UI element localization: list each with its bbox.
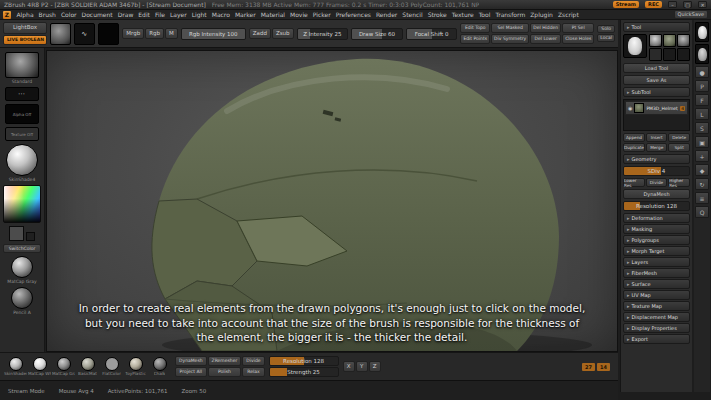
subtool-action-button[interactable]: Merge <box>646 143 668 152</box>
z-intensity-slider[interactable]: Z Intensity 25 <box>297 28 349 40</box>
visibility-eye-icon[interactable]: ◉ <box>628 105 632 111</box>
bottom-strength-slider[interactable]: Strength 25 <box>269 367 339 377</box>
recent-tool-thumbnail[interactable] <box>649 34 662 47</box>
material-sphere-thumbnail[interactable] <box>6 144 38 176</box>
focal-shift-slider[interactable]: Focal Shift 0 <box>406 28 458 40</box>
menu-item[interactable]: Macro <box>209 11 232 18</box>
collapsed-section-header[interactable]: FiberMesh <box>623 268 690 278</box>
geometry-shelf-button[interactable]: Close Holes <box>562 34 594 44</box>
collapsed-section-header[interactable]: Export <box>623 334 690 344</box>
load-tool-button[interactable]: Load Tool <box>623 63 690 73</box>
geometry-shelf-button[interactable]: Edit Topo <box>460 23 490 33</box>
subtool-action-button[interactable]: Split <box>668 143 690 152</box>
collapsed-section-header[interactable]: Layers <box>623 257 690 267</box>
collapsed-section-header[interactable]: Masking <box>623 224 690 234</box>
dynamesh-button[interactable]: DynaMesh <box>623 189 690 199</box>
collapsed-section-header[interactable]: Morph Target <box>623 246 690 256</box>
paint-mode-button[interactable]: M <box>165 28 178 40</box>
axis-toggle-button[interactable]: Y <box>356 361 368 373</box>
menu-item[interactable]: Stroke <box>425 11 449 18</box>
material-quickpick[interactable]: Chalk <box>148 357 171 376</box>
resolution-slider[interactable]: Resolution 128 <box>623 201 690 211</box>
menu-item[interactable]: Document <box>79 11 115 18</box>
brush-picker-thumbnail[interactable] <box>5 52 39 78</box>
menu-item[interactable]: Zscript <box>555 11 581 18</box>
menu-item[interactable]: Picker <box>310 11 333 18</box>
menu-item[interactable]: Stencil <box>400 11 425 18</box>
material-quickpick[interactable]: BasicMat <box>76 357 99 376</box>
switch-color-button[interactable]: SwitchColor <box>3 244 41 253</box>
tool-palette-header[interactable]: Tool <box>623 22 690 32</box>
save-as-button[interactable]: Save As <box>623 75 690 85</box>
tool-preview-thumbnail[interactable] <box>695 44 709 64</box>
collapsed-section-header[interactable]: Display Properties <box>623 323 690 333</box>
alpha-picker-thumbnail[interactable]: Alpha Off <box>5 104 39 124</box>
geometry-section-header[interactable]: Geometry <box>623 154 690 164</box>
collapsed-section-header[interactable]: Deformation <box>623 213 690 223</box>
menu-item[interactable]: Edit <box>136 11 153 18</box>
live-boolean-button[interactable]: LIVE BOOLEAN <box>3 35 47 45</box>
material-quickpick[interactable]: SkinShade4 <box>4 357 27 376</box>
menu-item[interactable]: Alpha <box>14 11 36 18</box>
recent-tool-thumbnail[interactable] <box>663 34 676 47</box>
mesh-action-button[interactable]: Polish <box>208 367 242 377</box>
menu-item[interactable]: Preferences <box>333 11 373 18</box>
subtool-list-item[interactable]: ◉ PM3D_Helmet_1 4 <box>625 101 688 115</box>
recent-tool-thumbnail[interactable] <box>677 48 690 61</box>
material-quickpick[interactable]: MatCap White <box>28 357 51 376</box>
document-canvas[interactable]: In order to create real elements from th… <box>46 50 618 352</box>
stroke-thumbnail[interactable]: ∿ <box>74 23 95 45</box>
close-button[interactable]: ✕ <box>698 1 707 8</box>
primary-color-swatch[interactable] <box>9 226 24 241</box>
collapsed-section-header[interactable]: Surface <box>623 279 690 289</box>
geometry-button[interactable]: Lower Res <box>623 178 645 187</box>
paint-mode-button[interactable]: Rgb <box>145 28 164 40</box>
sdiv-slider[interactable]: SDiv 4 <box>623 166 690 176</box>
menu-item[interactable]: Movie <box>288 11 311 18</box>
scale-doc-icon[interactable]: ◆ <box>695 164 709 176</box>
mesh-action-button[interactable]: Divide <box>242 356 264 366</box>
collapsed-section-header[interactable]: Displacement Map <box>623 312 690 322</box>
menu-item[interactable]: Marker <box>232 11 258 18</box>
current-brush-thumbnail[interactable] <box>50 23 71 45</box>
mesh-action-button[interactable]: ZRemesher <box>208 356 242 366</box>
floor-icon[interactable]: F <box>695 94 709 106</box>
recent-tool-thumbnail[interactable] <box>649 48 662 61</box>
mesh-action-button[interactable]: DynaMesh <box>175 356 207 366</box>
collapsed-section-header[interactable]: Texture Map <box>623 301 690 311</box>
alpha-thumbnail[interactable] <box>98 23 119 45</box>
menu-item[interactable]: File <box>152 11 167 18</box>
menu-item[interactable]: Zplugin <box>528 11 556 18</box>
axis-toggle-button[interactable]: Z <box>369 361 381 373</box>
view-toggle-button[interactable]: Local <box>597 34 615 42</box>
menu-item[interactable]: Draw <box>115 11 136 18</box>
minimize-button[interactable]: – <box>668 1 677 8</box>
sculpt-mode-button[interactable]: Zsub <box>272 28 294 40</box>
lsym-icon[interactable]: S <box>695 122 709 134</box>
geometry-shelf-button[interactable]: Del Hidden <box>530 23 561 33</box>
local-icon[interactable]: L <box>695 108 709 120</box>
geometry-shelf-button[interactable]: Del Lower <box>530 34 561 44</box>
move-doc-icon[interactable]: + <box>695 150 709 162</box>
geometry-shelf-button[interactable]: Div Symmetry <box>491 34 529 44</box>
bottom-resolution-slider[interactable]: Resolution 128 <box>269 356 339 366</box>
frame-icon[interactable]: ▣ <box>695 136 709 148</box>
tool-preview-thumbnail[interactable] <box>695 22 709 42</box>
maximize-button[interactable]: □ <box>683 1 692 8</box>
menu-item[interactable]: Light <box>189 11 209 18</box>
geometry-button[interactable]: Higher Res <box>668 178 690 187</box>
sculpt-mode-button[interactable]: Zadd <box>249 28 271 40</box>
bpr-render-icon[interactable]: ● <box>695 66 709 78</box>
mesh-action-button[interactable]: Relax <box>242 367 264 377</box>
mesh-action-button[interactable]: Project All <box>175 367 207 377</box>
rotate-doc-icon[interactable]: ↻ <box>695 178 709 190</box>
subtool-action-button[interactable]: Append <box>623 133 645 142</box>
menu-item[interactable]: Material <box>258 11 287 18</box>
quick-material-sphere[interactable] <box>11 287 33 309</box>
subtool-action-button[interactable]: Duplicate <box>623 143 645 152</box>
material-quickpick[interactable]: MatCap Gray <box>52 357 75 376</box>
current-tool-thumbnail[interactable] <box>623 34 647 58</box>
menu-item[interactable]: Transform <box>493 11 528 18</box>
menu-item[interactable]: Tool <box>476 11 493 18</box>
scroll-doc-icon[interactable]: ≡ <box>695 192 709 204</box>
